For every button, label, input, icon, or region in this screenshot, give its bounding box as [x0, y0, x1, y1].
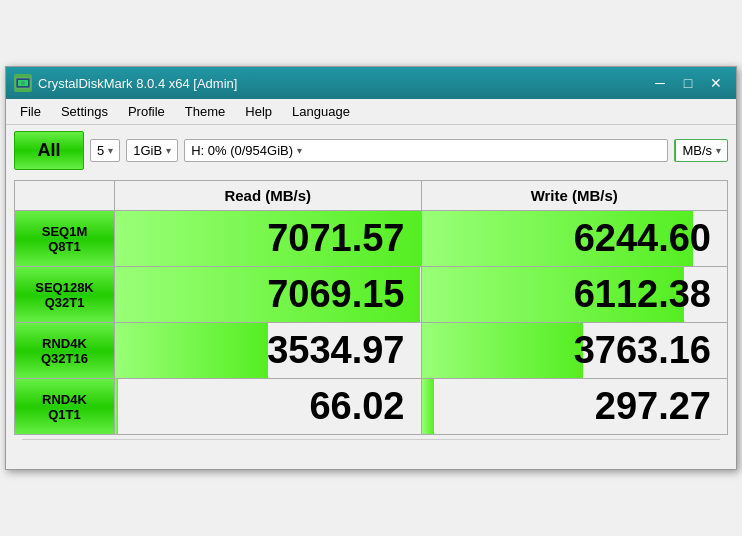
unit-arrow: ▾: [716, 145, 721, 156]
row-label: RND4KQ1T1: [15, 379, 115, 435]
row-read-value: 3534.97: [115, 323, 422, 379]
runs-arrow: ▾: [108, 145, 113, 156]
row-read-value: 66.02: [115, 379, 422, 435]
close-button[interactable]: ✕: [704, 73, 728, 93]
size-arrow: ▾: [166, 145, 171, 156]
row-write-value: 3763.16: [421, 323, 728, 379]
size-dropdown[interactable]: 1GiB ▾: [126, 139, 178, 162]
row-read-value: 7069.15: [115, 267, 422, 323]
header-label: [15, 181, 115, 211]
menu-language[interactable]: Language: [282, 101, 360, 122]
unit-value: MB/s: [682, 143, 712, 158]
runs-dropdown[interactable]: 5 ▾: [90, 139, 120, 162]
row-label: RND4KQ32T16: [15, 323, 115, 379]
toolbar: All 5 ▾ 1GiB ▾ H: 0% (0/954GiB) ▾ MB/s ▾: [6, 125, 736, 176]
drive-value: H: 0% (0/954GiB): [191, 143, 293, 158]
main-window: CrystalDiskMark 8.0.4 x64 [Admin] ─ □ ✕ …: [5, 66, 737, 470]
minimize-button[interactable]: ─: [648, 73, 672, 93]
window-title: CrystalDiskMark 8.0.4 x64 [Admin]: [38, 76, 648, 91]
window-controls: ─ □ ✕: [648, 73, 728, 93]
menu-file[interactable]: File: [10, 101, 51, 122]
row-label: SEQ1MQ8T1: [15, 211, 115, 267]
table-row: SEQ1MQ8T17071.576244.60: [15, 211, 728, 267]
row-write-value: 6244.60: [421, 211, 728, 267]
menu-theme[interactable]: Theme: [175, 101, 235, 122]
row-label: SEQ128KQ32T1: [15, 267, 115, 323]
drive-dropdown[interactable]: H: 0% (0/954GiB) ▾: [184, 139, 668, 162]
row-write-value: 297.27: [421, 379, 728, 435]
benchmark-table: Read (MB/s) Write (MB/s) SEQ1MQ8T17071.5…: [14, 180, 728, 435]
maximize-button[interactable]: □: [676, 73, 700, 93]
table-row: RND4KQ32T163534.973763.16: [15, 323, 728, 379]
menu-help[interactable]: Help: [235, 101, 282, 122]
row-write-value: 6112.38: [421, 267, 728, 323]
runs-value: 5: [97, 143, 104, 158]
unit-dropdown[interactable]: MB/s ▾: [674, 139, 728, 162]
all-button[interactable]: All: [14, 131, 84, 170]
app-icon: [14, 74, 32, 92]
titlebar: CrystalDiskMark 8.0.4 x64 [Admin] ─ □ ✕: [6, 67, 736, 99]
menu-profile[interactable]: Profile: [118, 101, 175, 122]
statusbar: [22, 439, 720, 461]
header-write: Write (MB/s): [421, 181, 728, 211]
table-row: SEQ128KQ32T17069.156112.38: [15, 267, 728, 323]
size-value: 1GiB: [133, 143, 162, 158]
row-read-value: 7071.57: [115, 211, 422, 267]
menu-settings[interactable]: Settings: [51, 101, 118, 122]
table-header: Read (MB/s) Write (MB/s): [15, 181, 728, 211]
menubar: File Settings Profile Theme Help Languag…: [6, 99, 736, 125]
benchmark-content: Read (MB/s) Write (MB/s) SEQ1MQ8T17071.5…: [6, 176, 736, 469]
table-row: RND4KQ1T166.02297.27: [15, 379, 728, 435]
header-read: Read (MB/s): [115, 181, 422, 211]
svg-point-2: [21, 81, 25, 85]
drive-arrow: ▾: [297, 145, 302, 156]
